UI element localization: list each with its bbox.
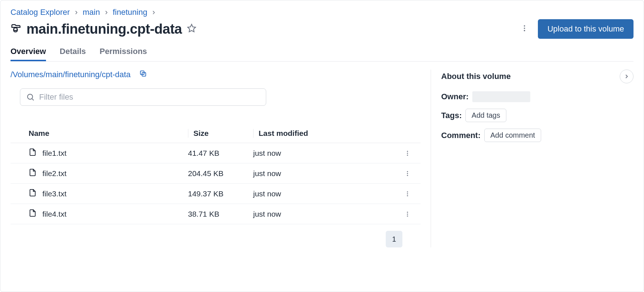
chevron-right-icon: › [105,8,108,17]
file-name: file3.txt [42,189,67,198]
column-header-size[interactable]: Size [188,129,253,138]
file-size: 38.71 KB [188,210,253,218]
page-button-1[interactable]: 1 [386,231,402,247]
owner-value-redacted [472,91,530,102]
breadcrumb: Catalog Explorer › main › finetuning › [11,8,633,17]
file-icon [29,168,37,178]
file-icon [29,148,37,158]
svg-point-3 [524,30,526,32]
svg-point-11 [407,171,408,172]
svg-point-13 [407,175,408,176]
table-row[interactable]: file1.txt 41.47 KB just now [11,143,421,163]
svg-point-12 [407,173,408,174]
file-name: file2.txt [42,169,67,178]
file-modified: just now [253,189,397,198]
filter-files-container[interactable] [20,88,266,106]
tab-bar: Overview Details Permissions [11,47,633,62]
file-size: 204.45 KB [188,169,253,178]
file-icon [29,189,37,199]
breadcrumb-item-finetuning[interactable]: finetuning [113,8,147,17]
svg-point-18 [407,213,408,214]
file-modified: just now [253,210,397,218]
chevron-right-icon: › [152,8,155,17]
add-tags-button[interactable]: Add tags [465,109,506,122]
volume-icon [11,23,21,35]
volume-path-link[interactable]: /Volumes/main/finetuning/cpt-data [11,70,130,79]
tab-overview[interactable]: Overview [11,47,46,61]
table-row[interactable]: file2.txt 204.45 KB just now [11,163,421,184]
column-header-modified[interactable]: Last modified [253,129,397,138]
svg-point-2 [524,28,526,29]
breadcrumb-item-main[interactable]: main [83,8,100,17]
svg-line-7 [32,99,34,100]
table-row[interactable]: file3.txt 149.37 KB just now [11,184,421,204]
svg-point-19 [407,215,408,216]
row-more-icon[interactable] [397,150,418,157]
file-size: 41.47 KB [188,149,253,158]
tags-label: Tags: [441,111,462,120]
star-icon[interactable] [187,24,196,34]
row-more-icon[interactable] [397,170,418,177]
svg-point-8 [407,151,408,152]
svg-point-6 [28,94,33,99]
search-icon [26,93,35,101]
svg-point-14 [407,191,408,192]
row-more-icon[interactable] [397,191,418,197]
row-more-icon[interactable] [397,211,418,217]
chevron-right-icon: › [75,8,78,17]
svg-point-16 [407,195,408,196]
svg-point-10 [407,154,408,155]
breadcrumb-item-catalog[interactable]: Catalog Explorer [11,8,70,17]
svg-point-17 [407,212,408,213]
svg-marker-0 [188,24,196,32]
owner-label: Owner: [441,92,469,101]
svg-point-9 [407,153,408,154]
file-table: Name Size Last modified file1.txt 41.47 … [11,124,421,224]
file-modified: just now [253,149,397,158]
filter-files-input[interactable] [39,92,260,102]
more-options-icon[interactable] [518,22,531,36]
tab-details[interactable]: Details [60,47,86,61]
svg-point-15 [407,193,408,194]
table-row[interactable]: file4.txt 38.71 KB just now [11,204,421,224]
column-header-name[interactable]: Name [29,129,188,138]
upload-button[interactable]: Upload to this volume [538,19,633,39]
file-name: file4.txt [42,210,67,218]
page-title: main.finetuning.cpt-data [26,21,182,37]
svg-point-1 [524,25,526,27]
file-modified: just now [253,169,397,178]
file-name: file1.txt [42,149,67,158]
add-comment-button[interactable]: Add comment [484,129,541,142]
copy-icon[interactable] [139,70,147,80]
collapse-panel-button[interactable] [620,70,633,83]
about-volume-title: About this volume [441,72,511,81]
tab-permissions[interactable]: Permissions [100,47,147,61]
file-icon [29,209,37,219]
file-size: 149.37 KB [188,189,253,198]
comment-label: Comment: [441,131,481,140]
